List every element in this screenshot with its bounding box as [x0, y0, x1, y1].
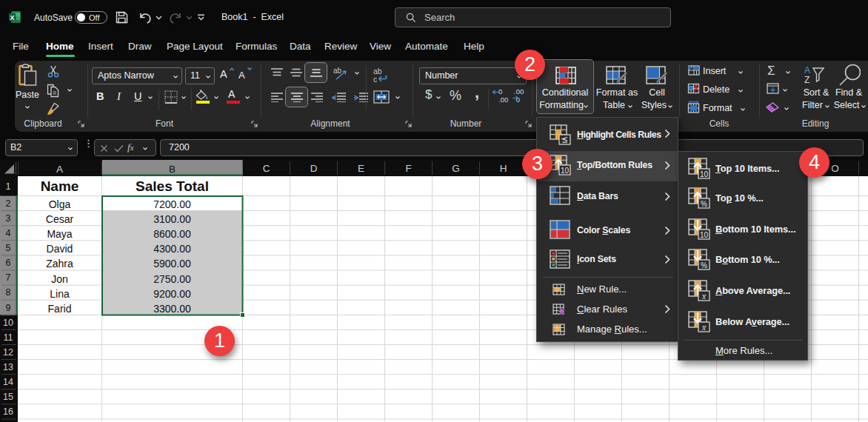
svg-text:%: % [701, 261, 707, 269]
svg-text:3: 3 [6, 213, 11, 224]
svg-text:%: % [701, 200, 707, 208]
svg-text:Farid: Farid [48, 303, 72, 315]
svg-text:Name: Name [41, 178, 79, 194]
svg-text:Lina: Lina [50, 288, 70, 300]
svg-text:10: 10 [561, 167, 570, 175]
svg-text:1: 1 [6, 181, 11, 192]
svg-text:G: G [452, 163, 460, 174]
svg-text:A: A [804, 65, 810, 76]
svg-text:8600.00: 8600.00 [153, 228, 191, 240]
svg-text:4300.00: 4300.00 [153, 243, 191, 255]
svg-text:9200.00: 9200.00 [153, 288, 191, 300]
svg-text:12: 12 [3, 347, 13, 358]
svg-text:ab: ab [333, 67, 342, 75]
svg-text:7200.00: 7200.00 [153, 198, 191, 210]
svg-text:X: X [10, 14, 14, 21]
svg-text:Cesar: Cesar [46, 213, 74, 225]
svg-text:3100.00: 3100.00 [153, 213, 191, 225]
svg-text:8: 8 [6, 287, 11, 298]
svg-text:10: 10 [700, 170, 709, 178]
svg-text:Z: Z [804, 75, 809, 84]
svg-text:D: D [310, 163, 318, 174]
svg-text:F: F [405, 163, 411, 174]
svg-text:4: 4 [6, 228, 11, 238]
svg-text:5: 5 [6, 243, 11, 253]
svg-text:16: 16 [3, 406, 13, 417]
svg-text:Zahra: Zahra [46, 258, 73, 269]
svg-text:13: 13 [3, 362, 13, 372]
svg-text:David: David [47, 243, 73, 255]
svg-text:2: 2 [6, 198, 11, 209]
svg-text:14: 14 [3, 377, 13, 387]
svg-text:5900.00: 5900.00 [153, 258, 191, 269]
svg-text:A: A [56, 164, 63, 175]
svg-text:H: H [500, 163, 507, 174]
svg-text:11: 11 [4, 332, 13, 343]
svg-text:10: 10 [700, 231, 709, 239]
svg-text:Jon: Jon [51, 273, 68, 285]
svg-text:Olga: Olga [49, 198, 71, 210]
svg-text:7: 7 [6, 272, 11, 283]
svg-text:10: 10 [3, 318, 13, 328]
svg-text:Sales Total: Sales Total [136, 178, 209, 194]
svg-text:E: E [358, 163, 364, 174]
svg-text:C: C [263, 163, 270, 174]
svg-text:2750.00: 2750.00 [153, 273, 191, 285]
svg-text:6: 6 [6, 258, 11, 268]
svg-text:15: 15 [3, 392, 13, 402]
svg-text:9: 9 [6, 303, 11, 313]
svg-text:O: O [831, 163, 839, 174]
svg-text:Maya: Maya [47, 228, 72, 240]
svg-text:3300.00: 3300.00 [153, 303, 191, 315]
svg-text:B: B [169, 164, 176, 175]
svg-text:c: c [373, 75, 377, 84]
